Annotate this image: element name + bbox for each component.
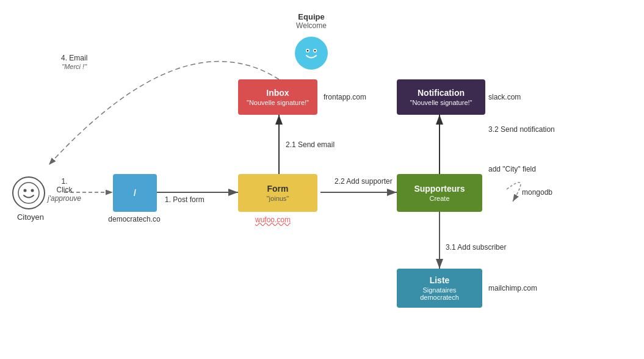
citoyen-label: Citoyen — [9, 212, 52, 222]
add-subscriber-label: 3.1 Add subscriber — [446, 243, 506, 252]
send-email-label: 2.1 Send email — [286, 140, 335, 149]
svg-point-16 — [31, 189, 34, 192]
equipe-label: Equipe Welcome — [287, 12, 336, 30]
inbox-domain: frontapp.com — [324, 93, 366, 101]
add-supporter-label: 2.2 Add supporter — [335, 177, 393, 186]
svg-point-9 — [300, 42, 322, 64]
equipe-avatar — [295, 37, 328, 70]
email-label: 4. Email "Merci !" — [61, 54, 87, 71]
click-label: 1. Click j'approuve — [48, 177, 81, 203]
supporteurs-node: Supporteurs Create — [397, 174, 482, 212]
inbox-node: Inbox "Nouvelle signature!" — [238, 79, 317, 115]
citoyen-avatar — [12, 176, 45, 209]
form-node: Form "joinus" — [238, 174, 317, 212]
add-city-label: add "City" field — [488, 165, 536, 173]
post-form-label: 1. Post form — [165, 195, 204, 204]
liste-node: Liste Signataires democratech — [397, 269, 482, 308]
supporteurs-domain: mongodb — [522, 188, 552, 197]
page-domain: democratech.co — [104, 215, 165, 223]
form-domain: wufoo.com — [255, 216, 291, 224]
svg-point-12 — [307, 50, 309, 52]
notification-node: Notification "Nouvelle signature!" — [397, 79, 485, 115]
svg-point-14 — [18, 183, 39, 203]
liste-domain: mailchimp.com — [488, 284, 537, 292]
page-node: / — [113, 174, 157, 212]
svg-point-13 — [314, 50, 316, 52]
notification-domain: slack.com — [488, 93, 521, 101]
send-notification-label: 3.2 Send notification — [488, 125, 555, 134]
diagram-container: Equipe Welcome Citoyen 1. Click j'approu… — [0, 0, 644, 359]
svg-point-15 — [24, 189, 27, 192]
